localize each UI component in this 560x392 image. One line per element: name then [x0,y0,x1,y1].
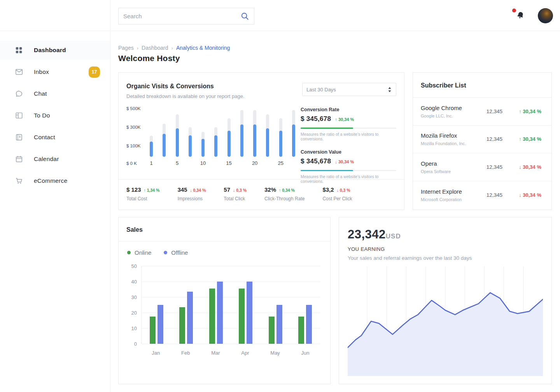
subscriber-names: Mozila FirefoxMozilla Foundation, Inc. [421,132,486,146]
date-range-value: Last 30 Days [306,87,387,93]
inbox-badge: 17 [89,66,100,78]
breadcrumb-separator: › [172,45,173,51]
user-avatar[interactable] [538,8,553,23]
earnings-amount: 23,342 [348,228,386,242]
x-axis-tick: 1 [150,160,153,166]
sidebar-item-label: Calendar [34,156,100,163]
date-range-select[interactable]: Last 30 Days [302,83,396,96]
metric-value: $ 345,678 [301,158,331,165]
earnings-currency: USD [386,233,401,240]
legend-label: Offline [171,249,188,256]
online-bar [239,289,245,344]
subscriber-count: 12,345 [486,136,502,142]
organic-bar-chart: $ 500K$ 300K$ 100K$ 0 K1510152025 [126,105,301,168]
bar-group-jun [298,305,312,344]
sidebar-item-dashboard[interactable]: Dashboard [0,41,110,60]
y-axis-label: $ 100K [126,144,140,148]
x-axis-ticks: 1510152025 [150,160,295,166]
stat-item: 32%↑ 0,34 %Click-Through Rate [264,186,304,210]
stat-item: $ 123↑ 1,34 %Total Cost [126,186,159,210]
chat-icon [15,89,23,98]
visits-bar [279,118,282,157]
visits-bar [228,118,231,157]
bar-group-feb [179,292,193,344]
subscriber-row[interactable]: OperaOpera Software12,345↓ 30,34 % [413,153,551,181]
stat-item: 57↓ 0,3 %Total Click [224,186,247,210]
grid-icon [15,46,23,54]
stat-delta: ↑ 1,34 % [144,188,160,192]
search-input[interactable] [123,13,240,19]
bar-group-may [269,305,282,344]
search-box[interactable] [118,8,254,24]
x-axis-tick: 5 [176,160,179,166]
sales-card-title: Sales [126,226,322,233]
subscriber-name: Google Chrome [421,105,486,111]
subscriber-list-title: Subscriber List [421,82,544,89]
subscriber-company: Mozilla Foundation, Inc. [421,141,486,146]
subscriber-row[interactable]: Internet ExploreMicrosoft Corporation12,… [413,181,551,209]
visits-bar [163,124,166,157]
online-bar [150,317,156,344]
breadcrumb-link[interactable]: Analytics & Monitoring [176,45,230,51]
stat-value: 57 [224,186,230,193]
online-bar [179,307,185,344]
online-bar [298,317,304,344]
x-axis-tick: 20 [253,160,256,166]
offline-bar [306,305,312,344]
visits-bar [150,136,153,157]
sidebar-item-chat[interactable]: Chat [0,84,110,103]
subscriber-names: Internet ExploreMicrosoft Corporation [421,188,486,202]
conversions-bar-fill [240,124,243,157]
breadcrumb-link[interactable]: Pages [118,45,134,51]
y-axis-label: 20 [124,310,137,316]
sales-bar-chart: 50403020100 [141,266,320,344]
conversions-bar-fill [150,142,153,157]
subscriber-delta: ↑ 30,34 % [512,108,541,114]
earnings-label: YOU EARNING [348,246,543,252]
sales-month-labels: JanFebMarAprMayJun [141,350,320,356]
sales-legend: OnlineOffline [127,249,330,256]
cart-icon [15,177,23,185]
subscriber-delta: ↓ 30,34 % [512,164,541,170]
todo-icon [15,111,23,120]
subscriber-name: Mozila Firefox [421,132,486,139]
breadcrumb-separator: › [137,45,138,51]
metric-label: Conversion Value [301,149,396,155]
conversions-bar-fill [228,131,231,157]
sidebar-item-contact[interactable]: Contact [0,128,110,147]
month-label: Apr [241,350,249,356]
month-label: Jan [152,350,160,356]
bar-group-jan [150,305,163,344]
sidebar-item-inbox[interactable]: Inbox17 [0,63,110,81]
month-label: Mar [211,350,220,356]
sidebar: DashboardInbox17ChatTo DoContactCalendar… [0,0,110,392]
breadcrumb-link[interactable]: Dashboard [142,45,168,51]
subscriber-row[interactable]: Mozila FirefoxMozilla Foundation, Inc.12… [413,126,551,154]
bell-icon [514,10,526,21]
conversions-bar-fill [163,134,166,157]
x-axis-tick [189,160,192,166]
legend-item-online: Online [127,249,151,256]
metric-progress-track [301,128,396,129]
conversion-metric: Conversion Rate$ 345,678↑ 30,34 %Measure… [301,107,396,141]
organic-card-title: Organic Visits & Conversions [126,83,245,90]
offline-bar [187,292,193,344]
visits-bar [201,132,205,157]
y-axis-label: 40 [124,279,137,285]
y-axis-label: $ 500K [126,106,140,111]
search-icon[interactable] [240,12,249,21]
visits-bar [176,114,179,157]
notifications-bell[interactable] [516,11,526,21]
x-axis-tick [240,160,243,166]
x-axis-tick [266,160,269,166]
sidebar-item-to-do[interactable]: To Do [0,106,110,125]
x-axis-tick [163,160,166,166]
sidebar-item-ecommerce[interactable]: eCommerce [0,172,110,190]
sidebar-item-calendar[interactable]: Calendar [0,150,110,168]
row-top: Organic Visits & Conversions Detailed br… [118,72,552,210]
conversions-bar-fill [189,135,192,157]
subscriber-row[interactable]: Google ChromeGoogle LLC, Inc.12,345↑ 30,… [413,98,551,126]
subscriber-company: Opera Software [421,169,486,174]
subscriber-count: 12,345 [486,192,502,198]
x-axis-tick: 10 [201,160,205,166]
